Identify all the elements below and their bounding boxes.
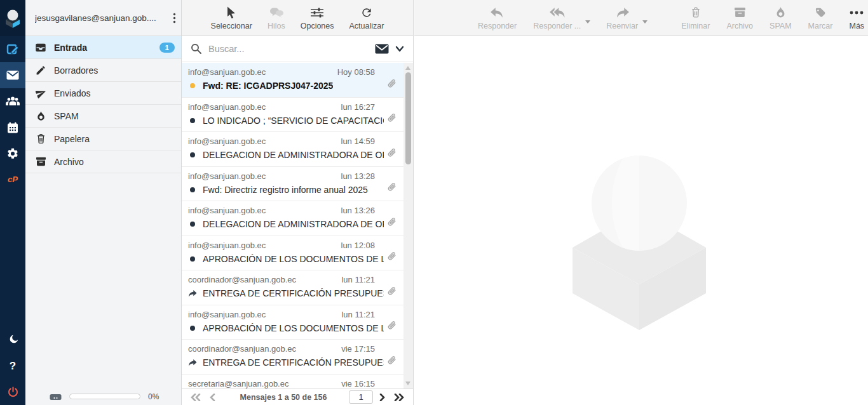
attachment-icon <box>387 79 397 91</box>
app-logo-icon[interactable] <box>0 0 25 36</box>
contacts-nav-button[interactable] <box>0 88 25 114</box>
help-button[interactable]: ? <box>0 353 25 379</box>
webmail-app: cP ? jesusgavilanes@sanjuan.gob.... <box>0 0 868 405</box>
first-page-button[interactable] <box>188 394 203 401</box>
message-view-empty <box>414 36 868 404</box>
message-subject: LO INDICADO ; “SERVICIO DE CAPACITACIÓ..… <box>203 116 384 126</box>
search-input[interactable] <box>208 44 369 54</box>
message-row[interactable]: secretaria@sanjuan.gob.ecvie 16:15 <box>182 375 413 389</box>
message-row[interactable]: coordinador@sanjuan.gob.eclun 11:21 ENTR… <box>182 270 413 305</box>
reply-all-icon <box>549 6 566 20</box>
pencil-icon <box>35 65 46 76</box>
message-subject: APROBACIÓN DE LOS DOCUMENTOS DE LA... <box>203 254 384 264</box>
page-number-input[interactable] <box>349 390 373 404</box>
folder-archive[interactable]: Archivo <box>25 150 181 173</box>
message-row[interactable]: info@sanjuan.gob.eclun 14:59 DELEGACION … <box>182 132 413 167</box>
folder-inbox[interactable]: Entrada 1 <box>25 36 181 59</box>
message-time: lun 13:28 <box>341 171 384 181</box>
message-subject: ENTREGA DE CERTIFICACIÓN PRESUPUEST... <box>203 357 384 368</box>
calendar-nav-button[interactable] <box>0 114 25 140</box>
message-time: lun 16:27 <box>341 102 384 112</box>
folder-drafts[interactable]: Borradores <box>25 59 181 82</box>
scroll-down-arrow-icon[interactable] <box>405 382 410 385</box>
message-row[interactable]: info@sanjuan.gob.eclun 13:26 DELEGACION … <box>182 201 413 236</box>
folder-sidebar: jesusgavilanes@sanjuan.gob.... Entrada 1 <box>25 0 182 405</box>
envelope-filter-icon[interactable] <box>375 44 389 54</box>
list-scrollbar[interactable] <box>403 63 413 388</box>
compose-button[interactable] <box>0 36 25 62</box>
last-page-button[interactable] <box>391 394 407 401</box>
message-sender: coordinador@sanjuan.gob.ec <box>188 275 296 284</box>
message-sender: info@sanjuan.gob.ec <box>188 136 266 146</box>
folder-label: Archivo <box>54 157 84 167</box>
forwarded-icon <box>188 289 197 298</box>
folder-spam[interactable]: SPAM <box>25 105 181 128</box>
attachment-icon <box>387 321 397 333</box>
read-dot-icon <box>188 118 197 123</box>
storage-drive-icon <box>50 393 62 401</box>
cursor-icon <box>226 6 236 20</box>
folder-label: Borradores <box>54 65 98 76</box>
select-button[interactable]: Seleccionar <box>211 6 252 30</box>
account-menu-icon[interactable] <box>173 13 176 23</box>
folder-label: Entrada <box>54 43 87 53</box>
message-row[interactable]: info@sanjuan.gob.eclun 13:28 Fwd: Direct… <box>182 167 413 202</box>
account-selector[interactable]: jesusgavilanes@sanjuan.gob.... <box>25 0 181 36</box>
message-time: lun 13:26 <box>341 206 384 215</box>
folder-trash[interactable]: Papelera <box>25 128 181 150</box>
scrollbar-thumb[interactable] <box>405 72 411 164</box>
reply-all-dropdown-caret[interactable] <box>585 20 590 23</box>
power-icon <box>7 386 19 398</box>
forward-button[interactable]: Reenviar <box>606 6 638 30</box>
message-subject: ENTREGA DE CERTIFICACIÓN PRESUPUEST... <box>203 288 384 298</box>
attachment-icon <box>387 355 397 368</box>
folder-sent[interactable]: Enviados <box>25 82 181 105</box>
read-dot-icon <box>188 256 197 262</box>
options-button[interactable]: Opciones <box>301 6 334 30</box>
message-sender: secretaria@sanjuan.gob.ec <box>188 379 288 388</box>
message-row[interactable]: info@sanjuan.gob.eclun 12:08 APROBACIÓN … <box>182 236 413 271</box>
more-button[interactable]: Más <box>849 6 864 30</box>
rail-spacer <box>0 192 25 327</box>
mail-nav-button[interactable] <box>0 62 25 88</box>
refresh-icon <box>360 6 373 20</box>
attachment-icon <box>387 217 397 230</box>
moon-icon <box>7 334 19 346</box>
message-row[interactable]: info@sanjuan.gob.ecHoy 08:58 Fwd: RE: IC… <box>182 63 413 98</box>
chat-bubbles-icon <box>269 6 284 20</box>
message-row[interactable]: info@sanjuan.gob.eclun 11:21 APROBACIÓN … <box>182 305 413 340</box>
archive-button[interactable]: Archivo <box>726 6 753 30</box>
forwarded-icon <box>188 359 197 367</box>
settings-nav-button[interactable] <box>0 140 25 166</box>
unread-dot-icon <box>188 83 197 88</box>
reply-all-button[interactable]: Responder ... <box>533 6 581 30</box>
forward-dropdown-caret[interactable] <box>642 20 648 23</box>
scroll-up-arrow-icon[interactable] <box>405 66 410 70</box>
delete-button[interactable]: Eliminar <box>681 6 710 30</box>
logout-button[interactable] <box>0 379 25 405</box>
dark-mode-toggle[interactable] <box>0 327 25 353</box>
mark-button[interactable]: Marcar <box>808 6 833 30</box>
search-icon <box>191 43 202 55</box>
prev-page-button[interactable] <box>207 394 218 401</box>
message-sender: info@sanjuan.gob.ec <box>188 241 266 250</box>
message-row[interactable]: coordinador@sanjuan.gob.ecvie 17:15 ENTR… <box>182 340 413 375</box>
chevron-down-icon[interactable] <box>395 46 404 52</box>
message-row[interactable]: info@sanjuan.gob.eclun 16:27 LO INDICADO… <box>182 98 413 133</box>
spam-button[interactable]: SPAM <box>770 6 792 30</box>
message-list-pane: Seleccionar Hilos Opcion <box>182 0 414 405</box>
message-time: lun 11:21 <box>341 275 384 284</box>
message-time: lun 12:08 <box>341 241 384 250</box>
reply-button[interactable]: Responder <box>478 6 517 30</box>
threads-button[interactable]: Hilos <box>268 6 285 30</box>
archive-icon <box>734 6 746 20</box>
message-sender: info@sanjuan.gob.ec <box>188 67 266 77</box>
refresh-button[interactable]: Actualizar <box>349 6 384 30</box>
next-page-button[interactable] <box>377 394 388 401</box>
read-dot-icon <box>188 326 197 331</box>
reply-icon <box>490 6 505 20</box>
cpanel-link[interactable]: cP <box>0 166 25 192</box>
archive-icon <box>35 157 46 166</box>
message-subject: Fwd: RE: ICGADPRSJ047-2025 <box>203 81 333 91</box>
flame-icon <box>35 110 46 121</box>
